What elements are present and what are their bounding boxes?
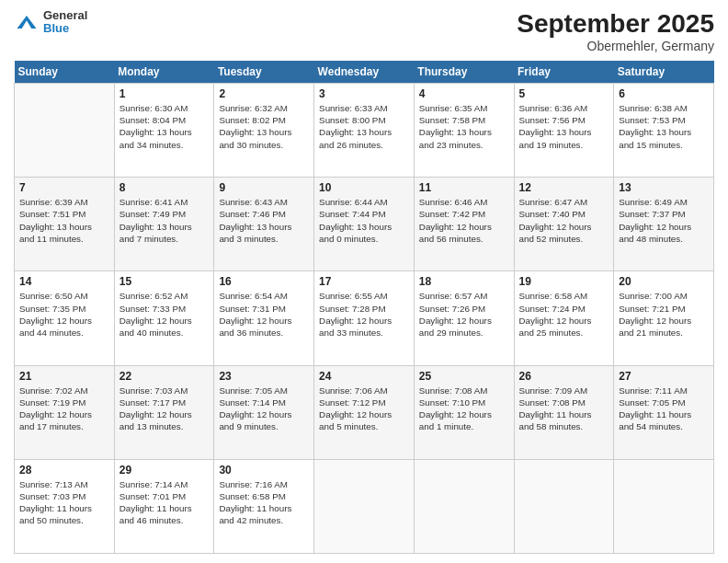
calendar-cell: 26Sunrise: 7:09 AM Sunset: 7:08 PM Dayli… — [514, 365, 614, 459]
day-info: Sunrise: 6:35 AM Sunset: 7:58 PM Dayligh… — [419, 102, 509, 151]
calendar-cell: 16Sunrise: 6:54 AM Sunset: 7:31 PM Dayli… — [214, 271, 314, 365]
calendar-cell: 2Sunrise: 6:32 AM Sunset: 8:02 PM Daylig… — [214, 84, 314, 178]
day-info: Sunrise: 6:36 AM Sunset: 7:56 PM Dayligh… — [519, 102, 609, 151]
day-number: 16 — [219, 275, 309, 288]
calendar-cell — [414, 459, 514, 553]
day-info: Sunrise: 6:44 AM Sunset: 7:44 PM Dayligh… — [319, 196, 409, 245]
logo-line1: General — [43, 9, 87, 22]
day-number: 19 — [519, 275, 609, 288]
calendar-cell — [314, 459, 415, 553]
logo: General Blue — [14, 9, 87, 36]
calendar-cell: 20Sunrise: 7:00 AM Sunset: 7:21 PM Dayli… — [614, 271, 714, 365]
calendar-cell: 21Sunrise: 7:02 AM Sunset: 7:19 PM Dayli… — [15, 365, 115, 459]
col-friday: Friday — [514, 61, 614, 84]
day-number: 29 — [119, 464, 210, 477]
day-info: Sunrise: 6:43 AM Sunset: 7:46 PM Dayligh… — [219, 196, 309, 245]
calendar-cell: 14Sunrise: 6:50 AM Sunset: 7:35 PM Dayli… — [15, 271, 115, 365]
logo-line2: Blue — [43, 22, 87, 35]
day-number: 15 — [119, 275, 210, 288]
day-number: 5 — [519, 87, 609, 100]
day-info: Sunrise: 6:58 AM Sunset: 7:24 PM Dayligh… — [519, 290, 609, 339]
day-info: Sunrise: 6:57 AM Sunset: 7:26 PM Dayligh… — [419, 290, 509, 339]
day-number: 26 — [519, 370, 609, 383]
day-info: Sunrise: 6:55 AM Sunset: 7:28 PM Dayligh… — [319, 290, 409, 339]
calendar-cell: 30Sunrise: 7:16 AM Sunset: 6:58 PM Dayli… — [214, 459, 314, 553]
day-number: 20 — [619, 275, 709, 288]
col-wednesday: Wednesday — [314, 61, 415, 84]
day-number: 8 — [119, 181, 210, 194]
day-info: Sunrise: 7:13 AM Sunset: 7:03 PM Dayligh… — [19, 478, 109, 527]
calendar-cell: 3Sunrise: 6:33 AM Sunset: 8:00 PM Daylig… — [314, 84, 415, 178]
day-info: Sunrise: 7:06 AM Sunset: 7:12 PM Dayligh… — [319, 385, 409, 433]
day-number: 27 — [619, 370, 709, 383]
day-info: Sunrise: 6:52 AM Sunset: 7:33 PM Dayligh… — [119, 290, 210, 339]
week-row-5: 28Sunrise: 7:13 AM Sunset: 7:03 PM Dayli… — [15, 459, 714, 553]
col-saturday: Saturday — [614, 61, 714, 84]
calendar-cell — [15, 84, 115, 178]
day-number: 24 — [319, 370, 409, 383]
calendar-cell: 25Sunrise: 7:08 AM Sunset: 7:10 PM Dayli… — [414, 365, 514, 459]
day-info: Sunrise: 6:50 AM Sunset: 7:35 PM Dayligh… — [19, 290, 109, 339]
day-number: 12 — [519, 181, 609, 194]
week-row-3: 14Sunrise: 6:50 AM Sunset: 7:35 PM Dayli… — [15, 271, 714, 365]
day-number: 28 — [19, 464, 109, 477]
logo-icon — [14, 9, 40, 35]
calendar-cell: 23Sunrise: 7:05 AM Sunset: 7:14 PM Dayli… — [214, 365, 314, 459]
day-number: 13 — [619, 181, 709, 194]
day-info: Sunrise: 6:46 AM Sunset: 7:42 PM Dayligh… — [419, 196, 509, 245]
calendar-cell: 17Sunrise: 6:55 AM Sunset: 7:28 PM Dayli… — [314, 271, 415, 365]
day-info: Sunrise: 7:08 AM Sunset: 7:10 PM Dayligh… — [419, 385, 509, 433]
logo-text: General Blue — [43, 9, 87, 36]
day-number: 30 — [219, 464, 309, 477]
calendar-cell: 4Sunrise: 6:35 AM Sunset: 7:58 PM Daylig… — [414, 84, 514, 178]
day-info: Sunrise: 7:00 AM Sunset: 7:21 PM Dayligh… — [619, 290, 709, 339]
title-block: September 2025 Obermehler, Germany — [517, 9, 714, 53]
day-number: 11 — [419, 181, 509, 194]
calendar-table: Sunday Monday Tuesday Wednesday Thursday… — [14, 61, 714, 554]
calendar-cell: 9Sunrise: 6:43 AM Sunset: 7:46 PM Daylig… — [214, 178, 314, 271]
calendar-cell: 7Sunrise: 6:39 AM Sunset: 7:51 PM Daylig… — [15, 178, 115, 271]
calendar-cell: 1Sunrise: 6:30 AM Sunset: 8:04 PM Daylig… — [114, 84, 214, 178]
location: Obermehler, Germany — [517, 39, 714, 53]
calendar-cell: 18Sunrise: 6:57 AM Sunset: 7:26 PM Dayli… — [414, 271, 514, 365]
day-info: Sunrise: 7:11 AM Sunset: 7:05 PM Dayligh… — [619, 385, 709, 433]
col-tuesday: Tuesday — [214, 61, 314, 84]
calendar-cell: 28Sunrise: 7:13 AM Sunset: 7:03 PM Dayli… — [15, 459, 115, 553]
month-title: September 2025 — [517, 9, 714, 39]
calendar-cell: 15Sunrise: 6:52 AM Sunset: 7:33 PM Dayli… — [114, 271, 214, 365]
week-row-1: 1Sunrise: 6:30 AM Sunset: 8:04 PM Daylig… — [15, 84, 714, 178]
day-number: 22 — [119, 370, 210, 383]
header: General Blue September 2025 Obermehler, … — [14, 9, 714, 53]
day-info: Sunrise: 6:38 AM Sunset: 7:53 PM Dayligh… — [619, 102, 709, 151]
day-info: Sunrise: 6:30 AM Sunset: 8:04 PM Dayligh… — [119, 102, 210, 151]
calendar-cell — [614, 459, 714, 553]
calendar-header-row: Sunday Monday Tuesday Wednesday Thursday… — [15, 61, 714, 84]
day-number: 2 — [219, 87, 309, 100]
day-number: 25 — [419, 370, 509, 383]
calendar-cell: 29Sunrise: 7:14 AM Sunset: 7:01 PM Dayli… — [114, 459, 214, 553]
day-number: 6 — [619, 87, 709, 100]
calendar-cell: 11Sunrise: 6:46 AM Sunset: 7:42 PM Dayli… — [414, 178, 514, 271]
day-info: Sunrise: 7:05 AM Sunset: 7:14 PM Dayligh… — [219, 385, 309, 433]
day-number: 14 — [19, 275, 109, 288]
calendar-cell: 19Sunrise: 6:58 AM Sunset: 7:24 PM Dayli… — [514, 271, 614, 365]
calendar-cell: 5Sunrise: 6:36 AM Sunset: 7:56 PM Daylig… — [514, 84, 614, 178]
day-info: Sunrise: 7:09 AM Sunset: 7:08 PM Dayligh… — [519, 385, 609, 433]
calendar-cell: 24Sunrise: 7:06 AM Sunset: 7:12 PM Dayli… — [314, 365, 415, 459]
day-info: Sunrise: 7:02 AM Sunset: 7:19 PM Dayligh… — [19, 385, 109, 433]
calendar-cell: 27Sunrise: 7:11 AM Sunset: 7:05 PM Dayli… — [614, 365, 714, 459]
day-number: 21 — [19, 370, 109, 383]
calendar-cell: 12Sunrise: 6:47 AM Sunset: 7:40 PM Dayli… — [514, 178, 614, 271]
week-row-2: 7Sunrise: 6:39 AM Sunset: 7:51 PM Daylig… — [15, 178, 714, 271]
week-row-4: 21Sunrise: 7:02 AM Sunset: 7:19 PM Dayli… — [15, 365, 714, 459]
day-number: 3 — [319, 87, 409, 100]
day-number: 9 — [219, 181, 309, 194]
col-sunday: Sunday — [15, 61, 115, 84]
day-info: Sunrise: 6:47 AM Sunset: 7:40 PM Dayligh… — [519, 196, 609, 245]
calendar-cell: 8Sunrise: 6:41 AM Sunset: 7:49 PM Daylig… — [114, 178, 214, 271]
day-info: Sunrise: 6:33 AM Sunset: 8:00 PM Dayligh… — [319, 102, 409, 151]
day-info: Sunrise: 7:14 AM Sunset: 7:01 PM Dayligh… — [119, 478, 210, 527]
calendar-cell: 13Sunrise: 6:49 AM Sunset: 7:37 PM Dayli… — [614, 178, 714, 271]
calendar-cell — [514, 459, 614, 553]
day-info: Sunrise: 7:16 AM Sunset: 6:58 PM Dayligh… — [219, 478, 309, 527]
